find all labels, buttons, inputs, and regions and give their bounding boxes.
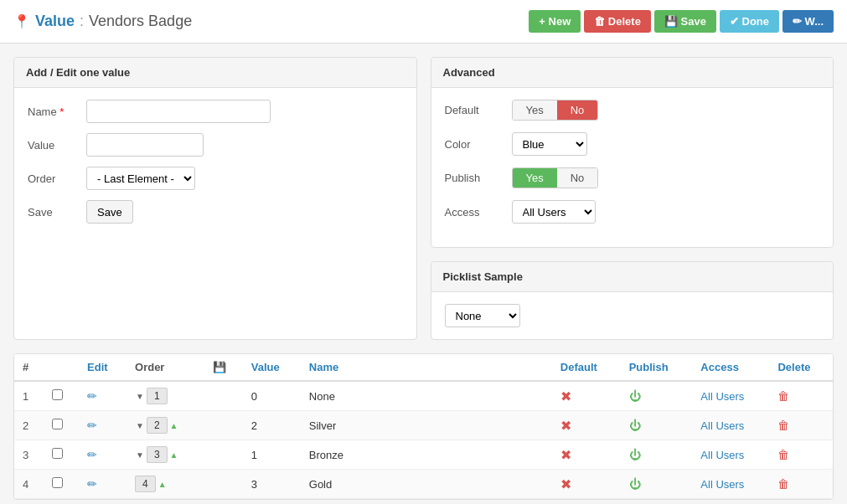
power-icon[interactable]: ⏻ — [629, 389, 641, 403]
order-select[interactable]: - Last Element - 1 2 3 — [86, 167, 195, 190]
row-checkbox[interactable] — [52, 448, 63, 459]
row-default-cell: ✖ — [552, 411, 621, 440]
order-down-btn[interactable]: ▼ — [135, 450, 145, 460]
row-edit-cell: ✏ — [79, 440, 127, 470]
row-publish-cell: ⏻ — [621, 440, 693, 470]
value-label: Value — [28, 139, 78, 152]
delete-icon[interactable]: 🗑 — [777, 389, 789, 403]
row-delete-cell: 🗑 — [769, 381, 833, 411]
row-checkbox[interactable] — [52, 419, 63, 429]
order-up-btn[interactable]: ▲ — [169, 421, 179, 430]
edit-icon[interactable]: ✏ — [87, 419, 97, 432]
table-row: 1 ✏ ▼ 1 0 None ✖ ⏻ All Users 🗑 — [14, 381, 833, 411]
add-edit-panel-header: Add / Edit one value — [14, 58, 416, 88]
access-label: Access — [445, 206, 504, 219]
row-delete-cell: 🗑 — [769, 440, 833, 470]
value-row: Value — [28, 133, 403, 157]
publish-label: Publish — [445, 172, 504, 184]
order-box: ▼ 1 — [135, 388, 168, 404]
add-edit-panel-body: Name * Value Order - Last Element - 1 2 … — [14, 88, 416, 245]
picklist-select[interactable]: None Silver Bronze Gold — [445, 304, 520, 327]
done-button[interactable]: ✔ Done — [720, 10, 779, 33]
title-value: Value — [35, 13, 75, 30]
values-table: # Edit Order 💾 Value Name Default Publis… — [14, 354, 833, 499]
row-delete-cell: 🗑 — [769, 470, 833, 499]
color-label: Color — [445, 138, 504, 151]
name-input[interactable] — [86, 100, 271, 123]
row-delete-cell: 🗑 — [769, 411, 833, 440]
picklist-panel-header: Picklist Sample — [431, 262, 834, 292]
publish-no-button[interactable]: No — [557, 168, 598, 188]
edit-icon[interactable]: ✏ — [87, 477, 97, 491]
power-icon[interactable]: ⏻ — [629, 419, 641, 432]
order-number: 3 — [147, 446, 168, 463]
save-row: Save Save — [28, 200, 403, 224]
publish-yes-button[interactable]: Yes — [513, 168, 557, 188]
publish-row: Publish Yes No — [445, 167, 820, 188]
row-num: 3 — [14, 440, 44, 470]
power-icon[interactable]: ⏻ — [629, 477, 641, 491]
row-access: All Users — [692, 440, 769, 470]
default-no-button[interactable]: No — [557, 100, 598, 120]
row-value: 0 — [243, 381, 301, 411]
delete-button[interactable]: 🗑 Delete — [584, 10, 651, 33]
row-publish-cell: ⏻ — [621, 411, 693, 440]
row-checkbox[interactable] — [52, 389, 63, 400]
col-order-header: Order — [127, 354, 204, 381]
row-default-cell: ✖ — [552, 381, 621, 411]
delete-icon[interactable]: 🗑 — [777, 448, 789, 461]
delete-icon[interactable]: 🗑 — [777, 477, 789, 491]
col-default-header: Default — [552, 354, 621, 381]
save-top-button[interactable]: 💾 Save — [654, 10, 716, 33]
table-row: 2 ✏ ▼ 2 ▲ 2 Silver ✖ ⏻ All Users 🗑 — [14, 411, 833, 440]
default-toggle: Yes No — [512, 100, 599, 121]
color-select[interactable]: Blue Red Green Yellow — [512, 132, 587, 156]
edit-w-button[interactable]: ✏ W... — [782, 10, 834, 33]
table-row: 4 ✏ 4 ▲ 3 Gold ✖ ⏻ All Users 🗑 — [14, 470, 833, 499]
title-subtitle: Vendors Badge — [89, 13, 192, 30]
edit-icon[interactable]: ✏ — [87, 448, 97, 461]
row-default-cell: ✖ — [552, 470, 621, 499]
advanced-panel-header: Advanced — [431, 58, 834, 88]
header-button-group: + New 🗑 Delete 💾 Save ✔ Done ✏ W... — [529, 10, 834, 33]
row-save-cell — [204, 381, 243, 411]
color-row: Color Blue Red Green Yellow — [445, 132, 820, 156]
row-access: All Users — [692, 470, 769, 499]
row-num: 1 — [14, 381, 44, 411]
name-required: * — [59, 105, 64, 118]
page-header: 📍 Value : Vendors Badge + New 🗑 Delete 💾… — [0, 0, 847, 44]
row-edit-cell: ✏ — [79, 381, 127, 411]
order-number: 4 — [135, 476, 156, 492]
default-row: Default Yes No — [445, 100, 820, 121]
row-checkbox[interactable] — [52, 477, 63, 488]
row-save-cell — [204, 440, 243, 470]
order-up-btn[interactable]: ▲ — [169, 450, 179, 460]
new-button[interactable]: + New — [529, 10, 581, 33]
default-yes-button[interactable]: Yes — [513, 100, 557, 120]
col-delete-header: Delete — [769, 354, 833, 381]
value-input[interactable] — [86, 133, 204, 157]
access-select[interactable]: All Users Admin Only — [512, 200, 596, 224]
row-name: Gold — [301, 470, 552, 499]
row-publish-cell: ⏻ — [621, 381, 693, 411]
order-down-btn[interactable]: ▼ — [135, 421, 145, 430]
order-up-btn[interactable]: ▲ — [158, 480, 168, 489]
edit-icon[interactable]: ✏ — [87, 389, 97, 403]
row-checkbox-cell — [44, 470, 79, 499]
save-button[interactable]: Save — [86, 200, 133, 224]
order-number: 1 — [147, 388, 168, 404]
order-box: ▼ 3 ▲ — [135, 446, 179, 463]
table-row: 3 ✏ ▼ 3 ▲ 1 Bronze ✖ ⏻ All Users 🗑 — [14, 440, 833, 470]
order-down-btn[interactable]: ▼ — [135, 392, 145, 401]
delete-icon[interactable]: 🗑 — [777, 419, 789, 432]
row-access: All Users — [692, 381, 769, 411]
power-icon[interactable]: ⏻ — [629, 448, 641, 461]
order-number: 2 — [147, 417, 168, 434]
pin-icon: 📍 — [13, 13, 30, 29]
col-access-header: Access — [692, 354, 769, 381]
order-box: ▼ 2 ▲ — [135, 417, 179, 434]
order-row: Order - Last Element - 1 2 3 — [28, 167, 403, 190]
page-title: 📍 Value : Vendors Badge — [13, 13, 192, 30]
right-panels: Advanced Default Yes No Color Blue Red — [431, 57, 834, 340]
row-edit-cell: ✏ — [79, 411, 127, 440]
